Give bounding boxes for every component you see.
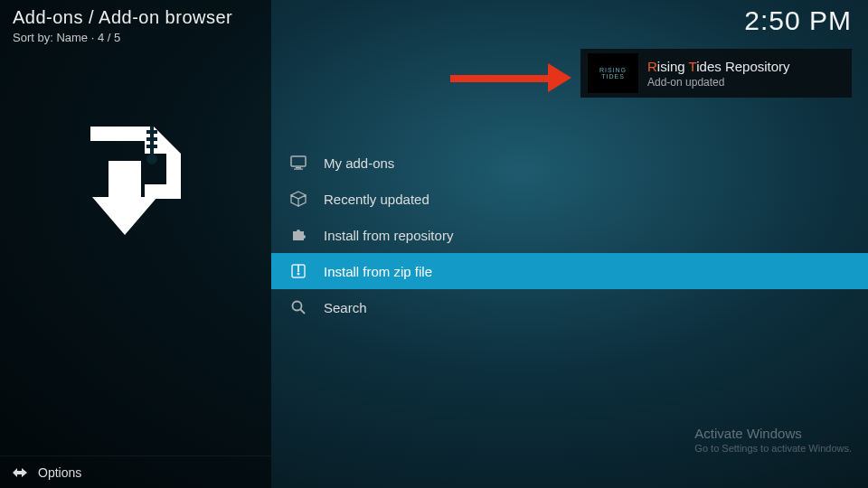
svg-rect-7 — [294, 169, 303, 170]
puzzle-icon — [289, 226, 307, 244]
menu-item-label: Install from zip file — [324, 264, 432, 279]
options-button[interactable]: Options — [0, 455, 271, 488]
windows-watermark: Activate Windows Go to Settings to activ… — [694, 426, 852, 454]
menu-item-search[interactable]: Search — [271, 289, 868, 325]
menu-item-install-from-repository[interactable]: Install from repository — [271, 217, 868, 253]
menu-item-label: Recently updated — [324, 192, 429, 207]
menu-item-label: Install from repository — [324, 228, 453, 243]
menu-item-label: My add-ons — [324, 155, 394, 171]
sidebar: Add-ons / Add-on browser Sort by: Name ·… — [0, 0, 271, 488]
notification-thumbnail: RISING TIDES — [588, 53, 638, 93]
clock: 2:50 PM — [744, 5, 852, 36]
svg-rect-3 — [146, 145, 157, 148]
svg-rect-5 — [291, 156, 306, 166]
notification-title: Rising Tides Repository — [647, 59, 790, 74]
breadcrumb: Add-ons / Add-on browser — [13, 7, 232, 28]
options-arrow-icon — [13, 466, 27, 479]
svg-rect-6 — [296, 167, 301, 169]
menu-item-my-add-ons[interactable]: My add-ons — [271, 145, 868, 181]
search-icon — [289, 298, 307, 316]
sort-info: Sort by: Name · 4 / 5 — [13, 31, 120, 44]
zip-icon — [289, 262, 307, 280]
svg-rect-9 — [297, 265, 299, 272]
svg-point-11 — [293, 302, 302, 311]
notification-subtitle: Add-on updated — [647, 76, 790, 89]
svg-line-12 — [301, 310, 306, 314]
menu-item-install-from-zip-file[interactable]: Install from zip file — [271, 253, 868, 289]
annotation-arrow — [450, 67, 577, 89]
menu-item-recently-updated[interactable]: Recently updated — [271, 181, 868, 217]
svg-point-10 — [297, 273, 300, 276]
notification-toast: RISING TIDES Rising Tides Repository Add… — [580, 49, 852, 98]
options-label: Options — [38, 465, 81, 480]
svg-rect-1 — [146, 130, 157, 134]
box-icon — [289, 190, 307, 208]
svg-rect-2 — [146, 137, 157, 141]
monitor-icon — [289, 154, 307, 172]
svg-point-4 — [146, 154, 157, 164]
zip-download-icon — [72, 117, 199, 244]
menu-item-label: Search — [324, 300, 367, 315]
addon-menu: My add-onsRecently updatedInstall from r… — [271, 145, 868, 325]
